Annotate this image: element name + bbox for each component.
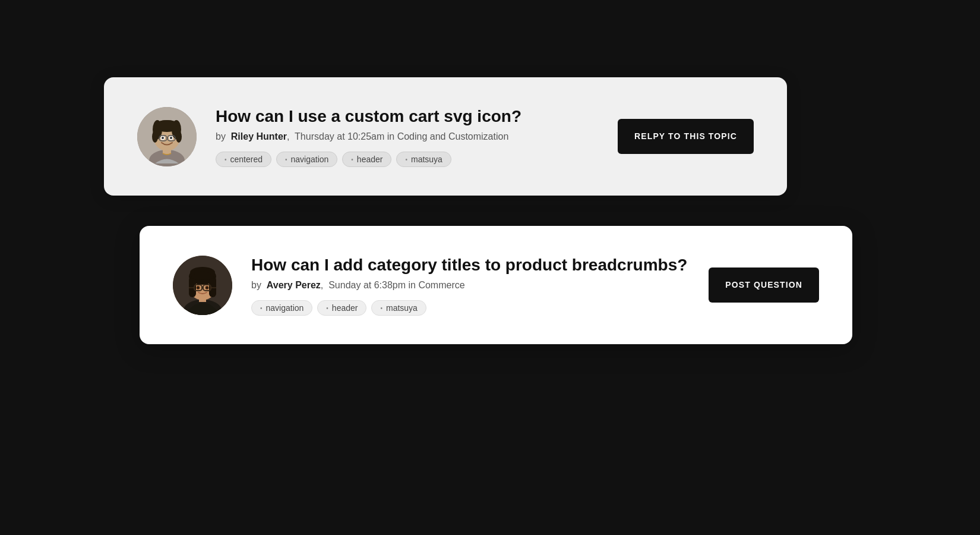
card-1-meta-suffix: Thursday at 10:25am in Coding and Custom…	[295, 131, 508, 141]
card-2-title: How can I add category titles to product…	[251, 254, 690, 275]
tag-matsuya-1: matsuya	[396, 152, 451, 167]
card-2-tags: navigation header matsuya	[251, 300, 690, 316]
post-question-button[interactable]: POST QUESTION	[709, 268, 819, 302]
tag-header-2: header	[317, 300, 366, 316]
avatar-riley	[137, 107, 197, 166]
svg-point-12	[162, 137, 164, 139]
card-1-meta: by Riley Hunter, Thursday at 10:25am in …	[216, 131, 599, 142]
tag-navigation-1: navigation	[276, 152, 337, 167]
card-2-content: How can I add category titles to product…	[251, 254, 690, 316]
card-1-author: Riley Hunter	[231, 131, 287, 141]
card-1-title: How can I use a custom cart svg icon?	[216, 106, 599, 127]
svg-point-33	[206, 287, 208, 288]
card-1-meta-prefix: by	[216, 131, 226, 141]
card-2-meta-prefix: by	[251, 280, 261, 290]
svg-point-9	[176, 131, 182, 143]
svg-rect-22	[189, 276, 196, 297]
avatar-avery	[173, 256, 232, 315]
svg-point-7	[156, 120, 178, 130]
card-2-author: Avery Perez	[267, 280, 321, 290]
reply-to-topic-button[interactable]: RELPY TO THIS TOPIC	[618, 119, 754, 153]
tag-header-1: header	[342, 152, 391, 167]
tag-navigation-2: navigation	[251, 300, 312, 316]
card-1-tags: centered navigation header matsuya	[216, 152, 599, 167]
svg-point-8	[152, 131, 158, 143]
tag-centered: centered	[216, 152, 271, 167]
svg-point-13	[170, 137, 172, 139]
forum-post-card-1: How can I use a custom cart svg icon? by…	[104, 77, 787, 196]
tag-matsuya-2: matsuya	[371, 300, 426, 316]
svg-rect-23	[209, 276, 216, 297]
forum-post-card-2: How can I add category titles to product…	[140, 226, 852, 344]
card-1-content: How can I use a custom cart svg icon? by…	[216, 106, 599, 167]
scene: How can I use a custom cart svg icon? by…	[104, 59, 876, 476]
card-2-meta-suffix: Sunday at 6:38pm in Commerce	[328, 280, 464, 290]
card-2-meta: by Avery Perez, Sunday at 6:38pm in Comm…	[251, 280, 690, 291]
svg-point-32	[197, 287, 199, 288]
